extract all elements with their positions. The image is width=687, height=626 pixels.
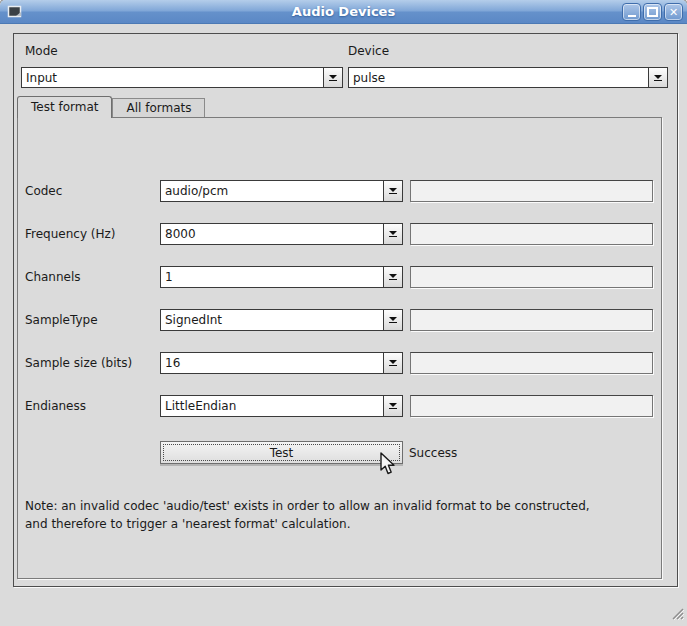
minimize-button[interactable] <box>622 3 641 21</box>
window-controls: ✕ <box>622 3 683 21</box>
frequency-label: Frequency (Hz) <box>25 227 116 241</box>
channels-combobox[interactable]: 1 <box>160 266 403 288</box>
title-bar[interactable]: Audio Devices ✕ <box>0 0 687 24</box>
sampletype-combobox[interactable]: SignedInt <box>160 309 403 331</box>
sampletype-value: SignedInt <box>161 310 383 330</box>
tab-test-format[interactable]: Test format <box>17 96 112 118</box>
samplesize-value: 16 <box>161 353 383 373</box>
dropdown-arrow-icon[interactable] <box>383 267 402 287</box>
test-result-status: Success <box>409 446 457 460</box>
tab-bar: Test format All formats <box>17 96 205 118</box>
dropdown-arrow-icon[interactable] <box>383 181 402 201</box>
sampletype-nearest-field <box>410 309 653 331</box>
endianess-value: LittleEndian <box>161 396 383 416</box>
mode-combobox[interactable]: Input <box>21 67 343 88</box>
codec-value: audio/pcm <box>161 181 383 201</box>
samplesize-combobox[interactable]: 16 <box>160 352 403 374</box>
dropdown-arrow-icon[interactable] <box>383 353 402 373</box>
frequency-value: 8000 <box>161 224 383 244</box>
mode-value: Input <box>22 68 323 87</box>
note-text-line2: and therefore to trigger a 'nearest form… <box>25 517 351 531</box>
endianess-combobox[interactable]: LittleEndian <box>160 395 403 417</box>
codec-combobox[interactable]: audio/pcm <box>160 180 403 202</box>
close-icon: ✕ <box>669 7 678 18</box>
audio-devices-window: Audio Devices ✕ Mode Input Device pulse … <box>0 0 687 626</box>
codec-label: Codec <box>25 184 62 198</box>
window-title: Audio Devices <box>0 0 687 24</box>
tab-all-formats[interactable]: All formats <box>112 98 205 117</box>
endianess-nearest-field <box>410 395 653 417</box>
endianess-label: Endianess <box>25 399 86 413</box>
dropdown-arrow-icon[interactable] <box>383 310 402 330</box>
test-button[interactable]: Test <box>160 441 403 464</box>
samplesize-label: Sample size (bits) <box>25 356 132 370</box>
close-button[interactable]: ✕ <box>664 3 683 21</box>
channels-label: Channels <box>25 270 81 284</box>
dropdown-arrow-icon[interactable] <box>383 396 402 416</box>
dropdown-arrow-icon[interactable] <box>323 68 342 87</box>
mode-label: Mode <box>25 44 58 58</box>
channels-value: 1 <box>161 267 383 287</box>
note-text-line1: Note: an invalid codec 'audio/test' exis… <box>25 499 590 513</box>
sampletype-label: SampleType <box>25 313 98 327</box>
samplesize-nearest-field <box>410 352 653 374</box>
minimize-icon <box>628 15 636 17</box>
codec-nearest-field <box>410 180 653 202</box>
frequency-combobox[interactable]: 8000 <box>160 223 403 245</box>
mouse-cursor-icon <box>380 452 398 479</box>
channels-nearest-field <box>410 266 653 288</box>
dropdown-arrow-icon[interactable] <box>648 68 667 87</box>
device-label: Device <box>348 44 389 58</box>
maximize-icon <box>647 7 658 17</box>
maximize-button[interactable] <box>643 3 662 21</box>
device-combobox[interactable]: pulse <box>348 67 668 88</box>
dropdown-arrow-icon[interactable] <box>383 224 402 244</box>
focus-rect <box>163 444 400 461</box>
device-value: pulse <box>349 68 648 87</box>
frequency-nearest-field <box>410 223 653 245</box>
resize-grip-icon[interactable] <box>669 605 684 623</box>
